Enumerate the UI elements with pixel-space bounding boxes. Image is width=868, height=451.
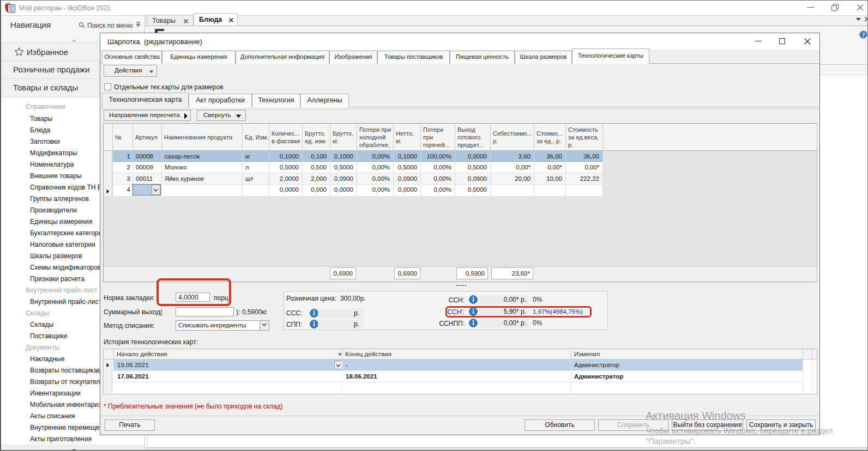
svg-text:?: ? — [862, 31, 865, 39]
